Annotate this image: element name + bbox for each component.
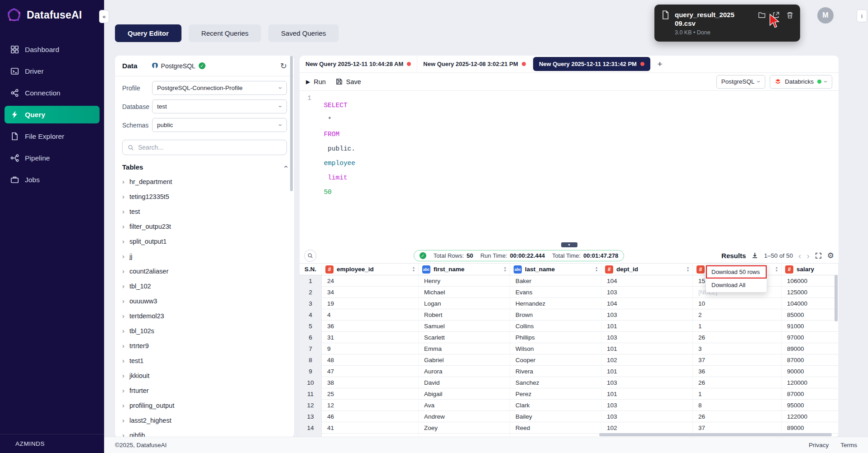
database-select[interactable]: test › bbox=[152, 99, 287, 113]
sort-icon[interactable]: ▴▾ bbox=[776, 266, 777, 272]
table-row[interactable]: 13 46 Andrew Bailey 103 26 122000 bbox=[300, 411, 839, 422]
chevron-right-icon[interactable]: › bbox=[122, 401, 124, 409]
save-button[interactable]: Save bbox=[336, 78, 361, 85]
table-row[interactable]: 8 48 Gabriel Cooper 102 37 87000 bbox=[300, 354, 839, 366]
chevron-right-icon[interactable]: › bbox=[122, 193, 124, 200]
table-list-item[interactable]: › test bbox=[119, 204, 291, 219]
table-row[interactable]: 4 4 Robert Brown 103 2 85000 bbox=[300, 309, 839, 321]
vertical-scrollbar[interactable] bbox=[835, 275, 838, 321]
column-header[interactable]: abc first_name ▴▾ bbox=[419, 264, 510, 275]
table-row[interactable]: 10 38 David Sanchez 103 26 120000 bbox=[300, 377, 839, 388]
chevron-right-icon[interactable]: › bbox=[122, 372, 124, 379]
add-query-tab-button[interactable]: + bbox=[651, 56, 668, 72]
table-list-item[interactable]: › tbl_102 bbox=[119, 278, 291, 293]
table-row[interactable]: 5 36 Samuel Collins 101 1 91000 bbox=[300, 321, 839, 332]
results-search-button[interactable] bbox=[304, 250, 316, 262]
next-page-button[interactable]: › bbox=[806, 251, 809, 260]
query-tab-3[interactable]: New Query 2025-12-11 12:31:42 PM bbox=[533, 57, 650, 71]
sidebar-item-driver[interactable]: Driver bbox=[5, 62, 100, 80]
target-engine-select[interactable]: Databricks › bbox=[770, 75, 832, 89]
table-list-item[interactable]: › jj bbox=[119, 249, 291, 264]
table-list-item[interactable]: › trtrter9 bbox=[119, 338, 291, 353]
table-row[interactable]: 3 19 Logan Hernandez 104 10 104000 bbox=[300, 298, 839, 309]
query-tab-1[interactable]: New Query 2025-12-11 10:44:28 AM bbox=[300, 56, 417, 72]
sort-icon[interactable]: ▴▾ bbox=[687, 266, 689, 272]
column-header[interactable]: S.N. bbox=[300, 264, 322, 275]
footer-link[interactable]: Terms bbox=[840, 442, 857, 448]
fullscreen-button[interactable] bbox=[815, 252, 822, 259]
info-button[interactable]: i bbox=[857, 9, 867, 22]
table-list-item[interactable]: › split_output1 bbox=[119, 234, 291, 249]
search-input[interactable] bbox=[122, 140, 287, 155]
chevron-right-icon[interactable]: › bbox=[122, 237, 124, 245]
table-list-item[interactable]: › jkkiouit bbox=[119, 368, 291, 383]
delete-download-button[interactable] bbox=[786, 11, 794, 19]
chevron-right-icon[interactable]: › bbox=[122, 282, 124, 290]
avatar[interactable]: M bbox=[817, 7, 834, 24]
table-list-item[interactable]: › hr_department bbox=[119, 174, 291, 189]
source-engine-select[interactable]: PostgreSQL › bbox=[716, 75, 766, 89]
sort-icon[interactable]: ▴▾ bbox=[504, 266, 506, 272]
prev-page-button[interactable]: ‹ bbox=[798, 251, 801, 260]
chevron-right-icon[interactable]: › bbox=[122, 297, 124, 305]
tab-saved-queries[interactable]: Saved Queries bbox=[268, 24, 339, 42]
sidebar-collapse-button[interactable]: « bbox=[99, 10, 109, 23]
run-button[interactable]: ▶ Run bbox=[306, 78, 326, 85]
horizontal-scrollbar[interactable] bbox=[599, 433, 832, 436]
table-list-item[interactable]: › count2aliaser bbox=[119, 264, 291, 278]
sidebar-item-pipeline[interactable]: Pipeline bbox=[5, 149, 100, 167]
table-list-item[interactable]: › teting12335t5 bbox=[119, 189, 291, 204]
sql-editor[interactable]: 1 SELECT * FROM public. employee limit 5… bbox=[300, 91, 839, 242]
tables-scrollbar[interactable] bbox=[290, 56, 293, 191]
chevron-right-icon[interactable]: › bbox=[122, 357, 124, 364]
table-list-item[interactable]: › profiling_output bbox=[119, 398, 291, 413]
chevron-right-icon[interactable]: › bbox=[122, 416, 124, 424]
table-list-item[interactable]: › lasst2_highest bbox=[119, 413, 291, 428]
chevron-right-icon[interactable]: › bbox=[122, 327, 124, 335]
table-list-item[interactable]: › gjhfjh bbox=[119, 428, 291, 438]
column-header[interactable]: # salary bbox=[782, 264, 839, 275]
chevron-right-icon[interactable]: › bbox=[122, 387, 124, 394]
download-menu-item[interactable]: Download All bbox=[706, 278, 767, 292]
chevron-right-icon[interactable]: › bbox=[122, 312, 124, 320]
table-list-item[interactable]: › ouuuww3 bbox=[119, 293, 291, 308]
table-row[interactable]: 9 47 Aurora Rivera 101 36 90000 bbox=[300, 366, 839, 377]
chevron-up-icon[interactable]: › bbox=[281, 165, 290, 168]
table-list-item[interactable]: › tbl_102s bbox=[119, 323, 291, 338]
table-list-item[interactable]: › frturter bbox=[119, 383, 291, 398]
chevron-right-icon[interactable]: › bbox=[122, 208, 124, 215]
settings-gear-icon[interactable]: ⚙ bbox=[827, 251, 834, 260]
table-list-item[interactable]: › tertdemol23 bbox=[119, 308, 291, 323]
refresh-icon[interactable]: ↻ bbox=[280, 61, 287, 71]
sidebar-item-dashboard[interactable]: Dashboard bbox=[5, 41, 100, 58]
panel-splitter[interactable]: ▾ bbox=[300, 242, 839, 248]
chevron-right-icon[interactable]: › bbox=[122, 252, 124, 260]
table-row[interactable]: 11 25 Abigail Perez 101 1 87000 bbox=[300, 388, 839, 400]
table-list-item[interactable]: › test1 bbox=[119, 353, 291, 368]
footer-link[interactable]: Privacy bbox=[809, 442, 829, 448]
sort-icon[interactable]: ▴▾ bbox=[413, 266, 415, 272]
chevron-right-icon[interactable]: › bbox=[122, 267, 124, 275]
splitter-handle-icon[interactable]: ▾ bbox=[561, 242, 577, 247]
chevron-right-icon[interactable]: › bbox=[122, 222, 124, 230]
sidebar-item-query[interactable]: Query bbox=[5, 106, 100, 123]
download-results-button[interactable] bbox=[751, 252, 758, 259]
sidebar-item-file-explorer[interactable]: File Explorer bbox=[5, 127, 100, 145]
open-folder-button[interactable] bbox=[758, 11, 766, 19]
download-menu-item[interactable]: Download 50 rows bbox=[706, 265, 767, 278]
query-tab-2[interactable]: New Query 2025-12-08 3:02:21 PM bbox=[417, 56, 532, 72]
table-row[interactable]: 12 12 Ava Clark 103 8 95000 bbox=[300, 400, 839, 411]
column-header[interactable]: # employee_id ▴▾ bbox=[322, 264, 419, 275]
table-row[interactable]: 7 9 Emma Wilson 101 3 89000 bbox=[300, 343, 839, 354]
column-header[interactable]: abc last_name ▴▾ bbox=[510, 264, 601, 275]
sidebar-item-jobs[interactable]: Jobs bbox=[5, 171, 100, 189]
table-list-item[interactable]: › filter_outpu23t bbox=[119, 219, 291, 234]
column-header[interactable]: # dept_id ▴▾ bbox=[601, 264, 693, 275]
profile-select[interactable]: PostgreSQL-Connection-Profile › bbox=[152, 81, 287, 95]
sort-icon[interactable]: ▴▾ bbox=[596, 266, 597, 272]
tab-recent-queries[interactable]: Recent Queries bbox=[189, 24, 261, 42]
chevron-right-icon[interactable]: › bbox=[122, 342, 124, 349]
sidebar-item-connection[interactable]: Connection bbox=[5, 84, 100, 102]
schemas-select[interactable]: public › bbox=[152, 118, 287, 132]
table-row[interactable]: 6 31 Scarlett Phillips 103 26 97000 bbox=[300, 332, 839, 343]
